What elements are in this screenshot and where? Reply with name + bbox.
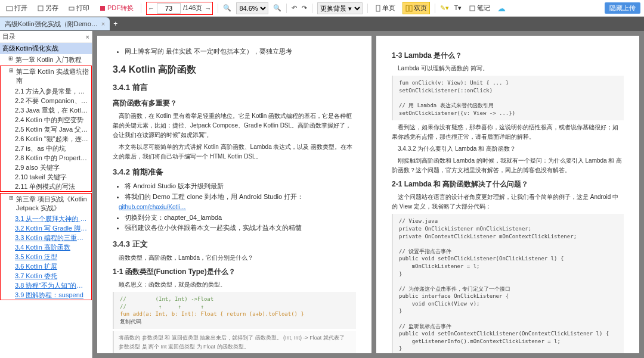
subhead-1-1: 1-1 函数类型(Function Type)是什么？ [113, 266, 356, 278]
tab-title: 高级Kotlin强化实战（附Demo… [5, 20, 98, 29]
para: 函数类型，高阶函数，Lambda，它们分别是什么？ [113, 253, 356, 263]
toc-item[interactable]: 3.9 图解协程：suspend [1, 290, 91, 300]
heading-3-4-3: 3.4.3 正文 [113, 238, 356, 251]
toc-chapter-3-box: 第三章 项目实战《Kotlin Jetpack 实战》 3.1 从一个膜拜大神的… [0, 193, 92, 300]
pdf-convert-button[interactable]: PDF转换 [97, 2, 136, 14]
highlight-tool-icon[interactable]: ✎▾ [440, 4, 449, 12]
page-nav-box: ← /146页 → [146, 2, 213, 15]
sidebar: 目录 × 高级Kotlin强化实战 第一章 Kotlin 入门教程 第二章 Ko… [0, 31, 92, 358]
cloud-icon[interactable]: ☁ [497, 4, 506, 13]
quote-block: 将函数的 参数类型 和 返回值类型 抽象出来后，就得到了 函数类型。 (Int,… [113, 331, 356, 353]
subhead-2-1: 2-1 Lambda 和 高阶函数解决了什么问题？ [392, 179, 624, 190]
zoom-select[interactable]: 84.6% [236, 2, 268, 14]
toc-chapter-3[interactable]: 第三章 项目实战《Kotlin Jetpack 实战》 [1, 194, 91, 214]
tab-close-icon[interactable]: × [101, 20, 105, 27]
sidebar-close-icon[interactable]: × [86, 33, 89, 41]
toc-chapter-2[interactable]: 第二章 Kotlin 实战避坑指南 [1, 66, 91, 86]
svg-rect-0 [7, 7, 13, 11]
tab-add-icon[interactable]: + [113, 20, 117, 28]
zoom-in-icon[interactable]: 🔍 [273, 4, 281, 12]
page-right: 1-3 Lambda 是什么？ Lambda 可以理解为函数的 简写。 fun … [376, 36, 639, 353]
heading-3-4-1: 3.4.1 前言 [113, 82, 356, 94]
code-block-1: // (Int, Int) ->Float // ↑ ↑ ↑ fun add(a… [113, 292, 356, 329]
content-viewer: 网上博客写的 最佳实践 不一定时包括本文），要独立思考 3.4 Kotlin 高… [92, 31, 644, 358]
next-page-button[interactable]: → [205, 5, 211, 12]
toc-item[interactable]: 2.3 Java 重载，在 Kotlin 中怎么巧妙过… [1, 105, 91, 115]
code-block-r2: // View.java private OnClickListener mOn… [392, 214, 624, 353]
list-item: 强烈建议各位小伙伴跟着本文一起实战，实战才益本文的精髓 [125, 223, 356, 234]
toc-item[interactable]: 2.4 Kotlin 中的判空变势 [1, 115, 91, 124]
tab-document[interactable]: 高级Kotlin强化实战（附Demo… × [0, 17, 110, 30]
toc-item[interactable]: 3.4 Kotlin 高阶函数 [1, 242, 91, 252]
para: 这个问题站在语言的设计者角度更好理解，让我们看个简单的例子，这是 Android… [392, 192, 624, 211]
sidebar-header: 目录 × [0, 31, 92, 43]
save-button[interactable]: 另存 [35, 2, 61, 14]
toc-item[interactable]: 2.11 单例模式的写法 [1, 182, 91, 191]
toc: 高级Kotlin强化实战 第一章 Kotlin 入门教程 第二章 Kotlin … [0, 43, 92, 353]
main-area: 目录 × 高级Kotlin强化实战 第一章 Kotlin 入门教程 第二章 Ko… [0, 31, 644, 358]
para: 顾名思义：函数类型，就是函数的类型。 [113, 280, 356, 289]
toc-item[interactable]: 3.8 协程"不为人知"的调试技巧 [1, 281, 91, 290]
upload-hide-button[interactable]: 隐藏上传 [605, 2, 640, 14]
zoom-out-icon[interactable]: 🔍 [223, 4, 231, 12]
list-item: 将我们的 Demo 工程 clone 到本地，用 Android Studio … [125, 192, 356, 203]
toc-item[interactable]: 3.6 Kotlin 扩展 [1, 262, 91, 271]
subhead-1: 高阶函数有多重要？ [113, 98, 356, 109]
single-page-button[interactable]: 单页 [373, 2, 398, 14]
code-block-r1: fun onClick(v: View): Unit { ... } setOn… [392, 76, 624, 120]
note-button[interactable]: 笔记 [466, 2, 493, 14]
svg-rect-4 [376, 5, 380, 11]
svg-rect-7 [470, 6, 475, 11]
sidebar-title: 目录 [2, 32, 16, 41]
para: 刚接触到高阶函数和 Lambda 的时候，我就有一个疑问：为什么要引入 Lamb… [392, 156, 624, 175]
toc-item[interactable]: 2.10 takeif 关键字 [1, 172, 91, 182]
para: 看到这，如果你没有疑惑，那恭喜你，这说明你的悟性很高，或者说你基础很好；如果你感… [392, 123, 624, 142]
toc-item[interactable]: 2.5 Kotlin 复写 Java 父类中的方法 [1, 124, 91, 134]
toc-item[interactable]: 3.1 从一个膜拜大神的 Demo 开始 [1, 214, 91, 223]
toc-chapter-2-box: 第二章 Kotlin 实战避坑指南 2.1 方法入参是常量，不可修改2.2 不要… [0, 66, 92, 192]
toolbar: 打开 另存 打印 PDF转换 ← /146页 → 🔍 84.6% 🔍 ↶ ↷ 更… [0, 0, 644, 17]
svg-rect-3 [100, 6, 105, 11]
subhead-1-3: 1-3 Lambda 是什么？ [392, 50, 624, 61]
svg-rect-2 [69, 7, 74, 10]
bg-select[interactable]: 更换背景 ▾ [317, 2, 363, 14]
rotate-left-icon[interactable]: ↶ [292, 4, 297, 12]
github-link[interactable]: github.com/chaxiu/Kotli… [119, 204, 186, 210]
toc-root[interactable]: 高级Kotlin强化实战 [0, 43, 92, 54]
toc-chapter-1[interactable]: 第一章 Kotlin 入门教程 [0, 54, 92, 66]
toc-item[interactable]: 2.8 Kotlin 中的 Property 的理解 [1, 153, 91, 163]
toc-item[interactable]: 2.7 is、as 中的坑 [1, 144, 91, 153]
toc-item[interactable]: 2.2 不要 Companion、INSTANCE? [1, 96, 91, 105]
top-note: 网上博客写的 最佳实践 不一定时包括本文），要独立思考 [125, 46, 356, 57]
para: 高阶函数，在 Kotlin 里有着举足轻重的地位。它是 Kotlin 函数式编程… [113, 111, 356, 140]
page-left: 网上博客写的 最佳实践 不一定时包括本文），要独立思考 3.4 Kotlin 高… [97, 36, 371, 353]
toc-item[interactable]: 3.5 Kotlin 泛型 [1, 252, 91, 262]
page-input[interactable] [157, 3, 181, 14]
svg-rect-1 [38, 6, 43, 11]
toc-item[interactable]: 2.9 also 关键字 [1, 163, 91, 172]
toc-item[interactable]: 3.2 Kotlin 写 Gradle 脚本是一种什么体 [1, 223, 91, 233]
print-button[interactable]: 打印 [66, 2, 92, 14]
page-total-label: /146页 [183, 4, 202, 13]
text-tool-icon[interactable]: T▾ [454, 4, 462, 12]
svg-rect-5 [406, 5, 408, 11]
dual-page-button[interactable]: 双页 [402, 2, 430, 14]
heading-3-4: 3.4 Kotlin 高阶函数 [113, 62, 356, 77]
svg-rect-6 [410, 5, 412, 11]
toc-item[interactable]: 2.6 Kotlin "狠"起来，连TODO都不放过！ [1, 134, 91, 144]
open-button[interactable]: 打开 [4, 2, 30, 14]
rotate-right-icon[interactable]: ↷ [302, 4, 307, 12]
list-item: 切换到分支：chapter_04_lambda [125, 213, 356, 223]
para: 3.4.3.2 为什么要引入 Lambda 和 高阶函数？ [392, 144, 624, 154]
toc-item[interactable]: 3.7 Kotlin 委托 [1, 271, 91, 281]
prev-page-button[interactable]: ← [148, 5, 154, 12]
para: 本文将以尽可能简单的方式讲解 Kotlin 高阶函数、Lambda 表达式，以及… [113, 142, 356, 161]
toc-item[interactable]: 2.1 方法入参是常量，不可修改 [1, 86, 91, 96]
heading-3-4-2: 3.4.2 前期准备 [113, 166, 356, 179]
toc-item[interactable]: 3.3 Kotlin 编程的三重境界 [1, 233, 91, 242]
tab-bar: 高级Kotlin强化实战（附Demo… × + [0, 17, 644, 31]
list-item: 将 Android Studio 版本升级到最新 [125, 181, 356, 192]
para: Lambda 可以理解为函数的 简写。 [392, 64, 624, 73]
